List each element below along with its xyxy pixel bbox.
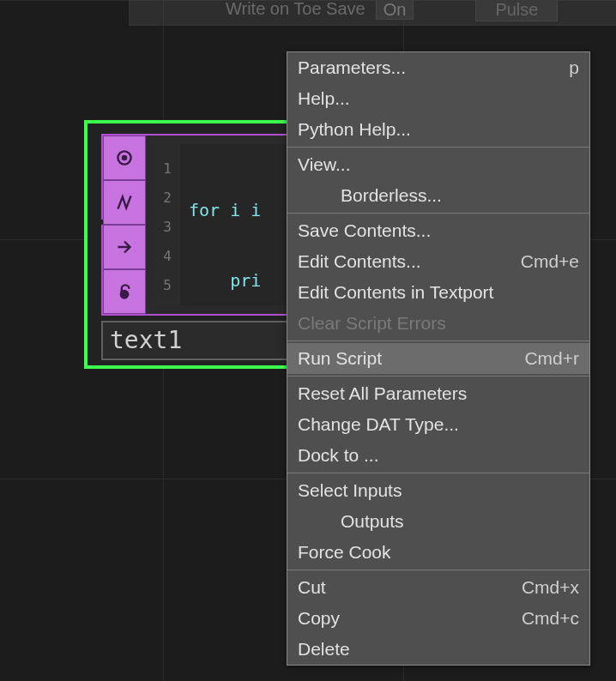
node-notch (88, 220, 103, 225)
menu-item-label: Cut (298, 577, 326, 598)
menu-item-shortcut: Cmd+c (522, 608, 579, 629)
code-line (189, 407, 271, 436)
node-flag-column (103, 136, 146, 314)
menu-item-label: Reset All Parameters (298, 383, 467, 404)
menu-item-label: Copy (298, 608, 340, 629)
menu-item[interactable]: Change DAT Type... (287, 409, 589, 440)
menu-item-label: Select Inputs (298, 480, 402, 501)
menu-separator (287, 376, 589, 377)
menu-item-label: Dock to ... (298, 445, 379, 466)
lock-flag[interactable] (103, 269, 146, 314)
line-number: 2 (154, 184, 180, 213)
menu-separator (287, 340, 589, 341)
menu-separator (287, 473, 589, 473)
menu-item-shortcut: Cmd+r (524, 348, 579, 369)
code-line: for i i (189, 196, 271, 225)
parameter-row: Write on Toe Save On Pulse (129, 0, 616, 26)
line-number: 1 (154, 154, 180, 184)
menu-item[interactable]: Run ScriptCmd+r (287, 343, 589, 374)
menu-item[interactable]: Dock to ... (287, 440, 589, 471)
menu-item[interactable]: CopyCmd+c (287, 603, 589, 634)
menu-item-label: Force Cook (298, 542, 391, 563)
menu-item[interactable]: CutCmd+x (287, 572, 589, 603)
line-gutter: 1 2 3 4 5 (154, 144, 180, 305)
viewer-active-flag[interactable] (103, 136, 146, 180)
menu-item-label: Clear Script Errors (298, 313, 446, 334)
bypass-flag[interactable] (103, 180, 146, 225)
code-content: for i i pri (180, 144, 271, 305)
menu-item-shortcut: p (569, 57, 579, 78)
line-number: 3 (154, 213, 180, 242)
menu-item-label: Edit Contents... (298, 251, 421, 272)
svg-point-1 (122, 155, 128, 161)
menu-item[interactable]: Save Contents... (287, 215, 589, 246)
menu-item[interactable]: Parameters...p (287, 52, 589, 83)
code-line: pri (189, 266, 271, 295)
write-on-save-toggle[interactable]: On (376, 0, 414, 20)
menu-item[interactable]: Outputs (287, 506, 589, 537)
menu-item[interactable]: Borderless... (287, 180, 589, 211)
context-menu: Parameters...pHelp...Python Help...View.… (287, 51, 590, 666)
pulse-button[interactable]: Pulse (475, 0, 558, 21)
export-flag[interactable] (103, 225, 146, 269)
menu-item-shortcut: Cmd+e (521, 251, 579, 272)
menu-item[interactable]: Force Cook (287, 537, 589, 568)
menu-item[interactable]: Select Inputs (287, 475, 589, 506)
menu-item-label: Edit Contents in Textport (298, 282, 493, 303)
menu-separator (287, 570, 589, 570)
menu-item[interactable]: Python Help... (287, 114, 589, 145)
menu-item: Clear Script Errors (287, 308, 589, 339)
menu-item[interactable]: Help... (287, 83, 589, 114)
menu-item-label: Python Help... (298, 119, 411, 140)
menu-item[interactable]: Delete (287, 634, 589, 665)
menu-item-label: Save Contents... (298, 220, 431, 241)
menu-item-shortcut: Cmd+x (522, 577, 579, 598)
menu-item[interactable]: Edit Contents...Cmd+e (287, 246, 589, 277)
menu-separator (287, 213, 589, 214)
menu-item-label: Run Script (298, 348, 382, 369)
menu-item[interactable]: Edit Contents in Textport (287, 277, 589, 308)
menu-item-label: Borderless... (341, 185, 442, 206)
menu-item[interactable]: View... (287, 149, 589, 180)
menu-item-label: Change DAT Type... (298, 414, 459, 435)
menu-separator (287, 147, 589, 148)
line-number: 5 (154, 271, 180, 300)
parameter-label: Write on Toe Save (226, 0, 365, 19)
menu-item[interactable]: Reset All Parameters (287, 378, 589, 409)
line-number: 4 (154, 242, 180, 271)
menu-item-label: Help... (298, 88, 350, 109)
menu-item-label: Outputs (341, 511, 404, 532)
menu-item-label: View... (298, 154, 350, 175)
menu-item-label: Parameters... (298, 57, 406, 78)
code-line (189, 477, 271, 506)
menu-item-label: Delete (298, 639, 350, 660)
